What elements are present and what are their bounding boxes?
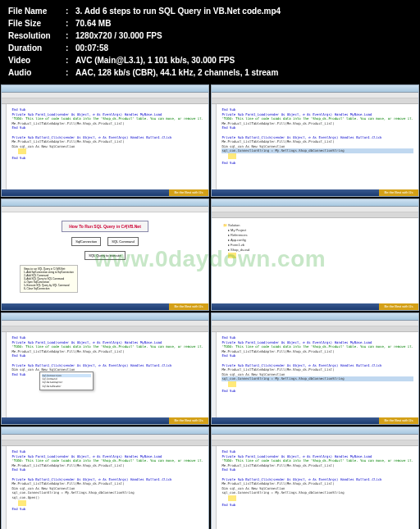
highlight-marker: [228, 381, 236, 387]
file-name-label: File Name: [8, 5, 66, 17]
thumbnail-5: End Sub Private Sub Form1_Load(sender As…: [1, 312, 209, 425]
window-titlebar: [2, 313, 208, 321]
code-editor[interactable]: End Sub Private Sub Form1_Load(sender As…: [7, 104, 208, 192]
diagram-box-connection: SqlConnection: [71, 237, 101, 246]
code-editor[interactable]: End Sub Private Sub Form1_Load(sender As…: [217, 332, 418, 420]
window-toolbar: [2, 440, 208, 446]
window-titlebar: [2, 85, 208, 93]
brand-badge: Be the Best with Us: [169, 417, 208, 424]
file-size-value: 70.64 MB: [75, 17, 111, 30]
highlight-marker: [18, 500, 26, 506]
diagram-steps: Steps to run SQL Query in C#|VB.Net: 1- …: [20, 265, 78, 293]
window-toolbar: [212, 326, 418, 332]
duration-label: Duration: [8, 42, 66, 54]
window-menubar: [212, 207, 418, 212]
window-menubar: [212, 321, 418, 326]
diagram-box-command: SQL Command: [107, 237, 138, 246]
thumbnail-grid: End Sub Private Sub Form1_Load(sender As…: [0, 84, 420, 529]
video-label: Video: [8, 54, 66, 66]
highlight-marker: [228, 153, 236, 159]
window-titlebar: [2, 427, 208, 435]
window-titlebar: [212, 313, 418, 321]
audio-value: AAC, 128 kb/s (CBR), 44.1 kHz, 2 channel…: [75, 66, 278, 79]
solution-explorer[interactable]: Solution ▸ My Project ▸ References ▸ App…: [212, 218, 418, 265]
window-toolbar: [2, 98, 208, 104]
diagram-canvas: How To Run SQL Query in C#|VB.Net SqlCon…: [2, 212, 208, 301]
window-toolbar: [2, 326, 208, 332]
window-menubar: [212, 93, 418, 98]
window-menubar: [212, 435, 418, 440]
window-menubar: [2, 321, 208, 326]
window-titlebar: [212, 85, 418, 93]
thumbnail-7: End Sub Private Sub Form1_Load(sender As…: [1, 426, 209, 529]
thumbnail-4: Solution ▸ My Project ▸ References ▸ App…: [211, 198, 419, 311]
code-editor[interactable]: End Sub Private Sub Form1_Load(sender As…: [7, 332, 208, 420]
intellisense-popup[interactable]: SqlConnection SqlCommand SqlDataAdapter …: [39, 372, 94, 390]
code-editor[interactable]: End Sub Private Sub Form1_Load(sender As…: [217, 446, 418, 529]
file-size-label: File Size: [8, 17, 66, 30]
duration-value: 00:07:58: [75, 42, 108, 54]
audio-label: Audio: [8, 66, 66, 79]
window-titlebar: [212, 427, 418, 435]
window-titlebar: [212, 199, 418, 207]
brand-badge: Be the Best with Us: [169, 189, 208, 196]
file-name-value: 3. Add 6 steps to run SQL Query in VB.Ne…: [75, 5, 281, 17]
diagram-title: How To Run SQL Query in C#|VB.Net: [62, 221, 148, 232]
brand-badge: Be the Best with Us: [379, 303, 418, 310]
window-menubar: [2, 435, 208, 440]
resolution-label: Resolution: [8, 30, 66, 42]
video-value: AVC (Main@L3.1), 1 101 kb/s, 30.000 FPS: [75, 54, 235, 66]
window-menubar: [2, 93, 208, 98]
window-titlebar: [2, 199, 208, 207]
thumbnail-8: End Sub Private Sub Form1_Load(sender As…: [211, 426, 419, 529]
brand-badge: Be the Best with Us: [379, 417, 418, 424]
brand-badge: Be the Best with Us: [169, 303, 208, 310]
thumbnail-3: How To Run SQL Query in C#|VB.Net SqlCon…: [1, 198, 209, 311]
media-info-header: File Name : 3. Add 6 steps to run SQL Qu…: [0, 0, 420, 84]
code-editor[interactable]: End Sub Private Sub Form1_Load(sender As…: [217, 104, 418, 192]
code-editor[interactable]: End Sub Private Sub Form1_Load(sender As…: [7, 446, 208, 529]
brand-badge: Be the Best with Us: [379, 189, 418, 196]
highlight-marker: [228, 495, 236, 501]
resolution-value: 1280x720 / 30.000 FPS: [75, 30, 162, 42]
window-toolbar: [212, 98, 418, 104]
thumbnail-1: End Sub Private Sub Form1_Load(sender As…: [1, 84, 209, 197]
window-toolbar: [212, 212, 418, 218]
window-toolbar: [212, 440, 418, 446]
tree-item[interactable]: ▸ Shop_ds.xsd: [217, 248, 413, 253]
window-menubar: [2, 207, 208, 212]
diagram-box-query: SQL Query to execute: [84, 251, 125, 260]
thumbnail-6: End Sub Private Sub Form1_Load(sender As…: [211, 312, 419, 425]
thumbnail-2: End Sub Private Sub Form1_Load(sender As…: [211, 84, 419, 197]
highlight-marker: [18, 148, 26, 154]
highlight-marker: [228, 253, 236, 258]
